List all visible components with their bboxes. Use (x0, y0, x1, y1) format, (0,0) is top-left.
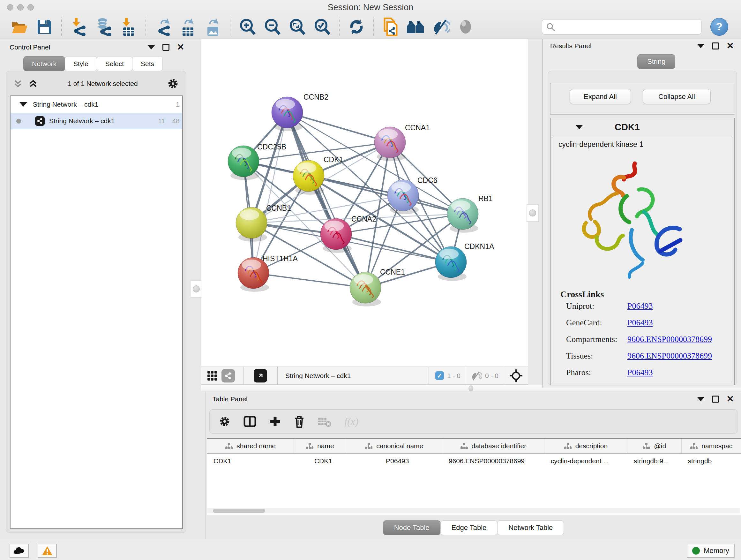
column-header-namespac[interactable]: namespac (682, 439, 741, 453)
crosslink-value-link[interactable]: 9606.ENSP00000378699 (627, 351, 712, 361)
section-collapse-icon[interactable] (576, 125, 583, 129)
import-table-file-button[interactable] (116, 17, 141, 37)
import-network-file-button[interactable] (66, 17, 91, 37)
column-header-database-identifier[interactable]: database identifier (442, 439, 544, 453)
collection-label: String Network – cdk1 (33, 101, 165, 108)
save-session-button[interactable] (32, 17, 57, 37)
close-panel-icon[interactable]: ✕ (177, 44, 185, 51)
import-network-database-button[interactable] (91, 17, 116, 37)
cloud-status-button[interactable] (10, 544, 29, 558)
float-menu-icon[interactable] (697, 44, 704, 48)
table-settings-gear-icon[interactable] (219, 415, 231, 428)
right-splitter-handle[interactable] (527, 204, 539, 222)
hide-selected-button[interactable] (428, 17, 453, 37)
export-network-icon (155, 18, 172, 36)
network-node-CDKN1A[interactable]: CDKN1A (435, 242, 494, 281)
tab-style[interactable]: Style (65, 56, 97, 71)
tab-network[interactable]: Network (23, 56, 65, 71)
node-table: shared namenamecanonical namedatabase id… (207, 438, 741, 515)
crosslink-value-link[interactable]: P06493 (627, 368, 653, 377)
network-node-CCNA2[interactable]: CCNA2 (320, 215, 376, 253)
export-image-button[interactable] (200, 17, 225, 37)
tab-select[interactable]: Select (97, 56, 132, 71)
tab-network-table[interactable]: Network Table (497, 520, 564, 535)
table-cell: cyclin-dependent ... (544, 454, 627, 468)
network-node-CDK1[interactable]: CDK1 (293, 155, 343, 195)
export-network-button[interactable] (151, 17, 176, 37)
grid-view-icon[interactable] (205, 369, 219, 382)
column-header-name[interactable]: name (294, 439, 346, 453)
tab-edge-table[interactable]: Edge Table (441, 520, 498, 535)
left-splitter-handle[interactable] (190, 280, 202, 298)
float-menu-icon[interactable] (697, 397, 704, 401)
float-panel-icon[interactable] (162, 44, 170, 51)
crosshair-icon[interactable] (509, 369, 523, 383)
column-header-canonical-name[interactable]: canonical name (346, 439, 442, 453)
tab-node-table[interactable]: Node Table (383, 520, 441, 535)
crosslink-value-link[interactable]: P06493 (627, 301, 653, 311)
delete-column-icon[interactable] (294, 415, 305, 428)
zoom-fit-button[interactable] (285, 17, 310, 37)
share-document-button[interactable] (379, 17, 403, 37)
float-panel-icon[interactable] (712, 395, 719, 402)
network-node-CCNA1[interactable]: CCNA1 (374, 124, 430, 161)
float-menu-icon[interactable] (148, 45, 155, 50)
show-all-button[interactable] (453, 17, 478, 37)
network-canvas[interactable]: CCNB2CCNA1CDC25BCDK1CDC6RB1CCNB1CCNA2CDK… (201, 39, 528, 367)
open-session-button[interactable] (7, 17, 32, 37)
selected-nodes-checkbox[interactable]: ✓ (435, 371, 444, 380)
column-header-description[interactable]: description (544, 439, 627, 453)
table-cell: 9606.ENSP00000378699 (442, 454, 544, 468)
tab-sets[interactable]: Sets (132, 56, 163, 71)
network-share-icon[interactable] (221, 369, 235, 382)
scrollbar-thumb[interactable] (213, 509, 265, 513)
add-column-icon[interactable] (269, 415, 281, 428)
network-node-CCNB1[interactable]: CCNB1 (236, 204, 291, 242)
apply-layout-button[interactable] (344, 17, 369, 37)
network-node-RB1[interactable]: RB1 (447, 194, 493, 233)
network-overview-button[interactable] (403, 17, 428, 37)
collapse-all-button[interactable]: Collapse All (643, 89, 711, 104)
close-panel-icon[interactable]: ✕ (727, 43, 734, 50)
expand-all-chevron-icon[interactable] (28, 78, 39, 89)
collapse-all-chevron-icon[interactable] (12, 78, 23, 89)
network-collection-row[interactable]: String Network – cdk1 1 (10, 96, 182, 113)
network-node-HIST1H1A[interactable]: HIST1H1A (238, 254, 298, 292)
collection-expand-icon[interactable] (19, 102, 27, 107)
crosslink-value-link[interactable]: 9606.ENSP00000378699 (627, 334, 712, 344)
results-panel: Results Panel ✕ String Expand All Collap… (542, 39, 741, 388)
table-type-tabs: Node TableEdge TableNetwork Table (205, 520, 741, 535)
cloud-icon (13, 547, 25, 555)
network-edge[interactable] (287, 112, 365, 288)
export-table-button[interactable] (176, 17, 200, 37)
network-node-CCNB2[interactable]: CCNB2 (272, 93, 328, 131)
float-panel-icon[interactable] (712, 43, 719, 50)
birdseye-toggle-icon[interactable] (254, 369, 267, 382)
table-row[interactable]: CDK1CDK1P064939606.ENSP00000378699cyclin… (207, 454, 741, 468)
warning-status-button[interactable] (38, 544, 57, 558)
network-node-CDC25B[interactable]: CDC25B (228, 143, 286, 180)
search-input[interactable] (542, 19, 701, 35)
expand-all-button[interactable]: Expand All (569, 89, 631, 104)
crosslink-value-link[interactable]: P06493 (627, 318, 653, 327)
help-button[interactable]: ? (711, 18, 728, 36)
zoom-selected-button[interactable] (310, 17, 334, 37)
column-header-label: canonical name (376, 442, 423, 450)
gear-icon[interactable] (167, 78, 179, 90)
gene-section-header[interactable]: CDK1 (551, 118, 734, 136)
column-header-shared-name[interactable]: shared name (207, 439, 294, 453)
close-panel-icon[interactable]: ✕ (727, 395, 734, 402)
zoom-in-button[interactable] (235, 17, 260, 37)
gene-details: cyclin-dependent kinase 1 (553, 136, 732, 383)
network-edge[interactable] (253, 112, 287, 273)
memory-button[interactable]: Memory (687, 544, 735, 558)
table-horizontal-scrollbar[interactable] (207, 508, 740, 513)
network-edge[interactable] (253, 273, 365, 288)
column-header-@id[interactable]: @id (627, 439, 682, 453)
tab-string[interactable]: String (637, 54, 675, 69)
network-row[interactable]: String Network – cdk1 11 48 (10, 113, 182, 129)
zoom-out-button[interactable] (260, 17, 285, 37)
open-folder-icon (11, 19, 28, 35)
column-header-label: description (576, 442, 608, 450)
show-columns-icon[interactable] (244, 415, 256, 428)
